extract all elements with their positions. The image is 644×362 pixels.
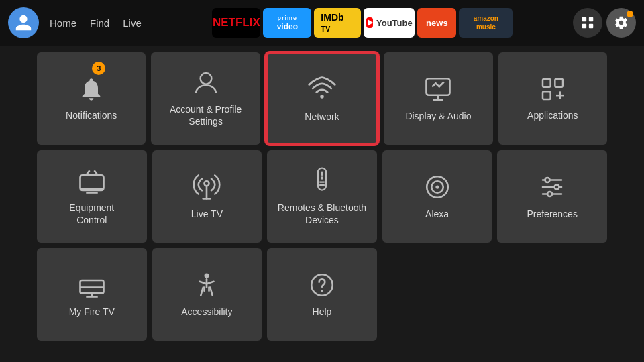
tv-icon	[78, 167, 106, 195]
nav-live[interactable]: Live	[123, 17, 142, 29]
tile-notifications[interactable]: 3 Notifications	[37, 52, 146, 145]
svg-point-5	[320, 95, 324, 99]
svg-point-24	[435, 185, 439, 188]
tile-network[interactable]: Network	[266, 52, 378, 145]
tile-remotes[interactable]: Remotes & BluetoothDevices	[267, 150, 377, 243]
sliders-icon	[538, 173, 566, 201]
notification-badge: 3	[92, 62, 105, 75]
settings-notification-dot	[627, 11, 633, 17]
tile-alexa-label: Alexa	[425, 208, 449, 220]
nav-home[interactable]: Home	[50, 17, 76, 29]
svg-rect-3	[589, 24, 593, 28]
settings-grid: 3 Notifications Account & ProfileSetting…	[0, 46, 644, 347]
bell-icon	[78, 76, 105, 103]
tile-livetv[interactable]: Live TV	[152, 150, 262, 243]
display-icon	[424, 75, 452, 103]
tile-help-label: Help	[313, 306, 332, 318]
tile-equipment[interactable]: EquipmentControl	[37, 150, 147, 243]
svg-point-29	[555, 184, 559, 189]
tile-equipment-label: EquipmentControl	[69, 202, 114, 226]
youtube-play-icon	[368, 19, 373, 26]
alexa-icon	[423, 173, 451, 201]
settings-button[interactable]	[606, 8, 636, 38]
remote-icon	[309, 167, 335, 195]
tile-account[interactable]: Account & ProfileSettings	[151, 52, 260, 145]
tile-preferences[interactable]: Preferences	[497, 150, 607, 243]
accessibility-icon	[193, 271, 221, 299]
tile-empty-1	[382, 248, 492, 341]
tile-help[interactable]: Help	[267, 248, 377, 341]
tile-myfiretv-label: My Fire TV	[69, 306, 115, 318]
app-music[interactable]: amazonmusic	[459, 8, 513, 38]
app-news[interactable]: news	[417, 8, 456, 38]
person-icon	[193, 70, 219, 97]
tile-alexa[interactable]: Alexa	[382, 150, 492, 243]
svg-rect-8	[555, 79, 563, 87]
tile-myfiretv[interactable]: My Fire TV	[37, 248, 147, 341]
tile-network-label: Network	[305, 111, 339, 123]
nav-find[interactable]: Find	[90, 17, 109, 29]
tile-display-label: Display & Audio	[405, 110, 471, 122]
wifi-icon	[307, 74, 337, 104]
question-icon	[308, 271, 336, 299]
youtube-logo-icon	[366, 17, 373, 28]
grid-row-1: 3 Notifications Account & ProfileSetting…	[37, 52, 607, 145]
tile-applications[interactable]: Applications	[498, 52, 607, 145]
grid-row-3: My Fire TV Accessibility	[37, 248, 607, 341]
grid-row-2: EquipmentControl Live TV	[37, 150, 607, 243]
tile-accessibility[interactable]: Accessibility	[152, 248, 262, 341]
svg-point-4	[200, 73, 211, 84]
tile-accessibility-label: Accessibility	[181, 306, 232, 318]
grid-button[interactable]	[573, 8, 602, 38]
app-youtube[interactable]: YouTube	[364, 8, 415, 38]
tile-preferences-label: Preferences	[527, 208, 577, 220]
svg-point-19	[321, 176, 324, 180]
apps-icon	[539, 76, 566, 103]
svg-point-35	[205, 273, 209, 278]
firetv-icon	[78, 271, 106, 299]
youtube-label: YouTube	[376, 18, 413, 28]
topbar: Home Find Live NETFLIX prime video IMDb …	[0, 0, 644, 46]
tile-notifications-label: Notifications	[66, 109, 117, 121]
tile-applications-label: Applications	[527, 109, 578, 121]
svg-rect-7	[543, 79, 551, 87]
svg-point-38	[321, 290, 323, 292]
nav-links: Home Find Live	[50, 17, 142, 29]
tile-livetv-label: Live TV	[191, 208, 223, 220]
svg-point-28	[545, 178, 550, 182]
svg-rect-13	[80, 175, 103, 190]
tile-account-label: Account & ProfileSettings	[170, 103, 241, 127]
app-icons-bar: NETFLIX prime video IMDb TV YouTube news…	[158, 8, 568, 38]
svg-rect-2	[582, 24, 586, 28]
svg-rect-1	[589, 17, 593, 21]
app-prime[interactable]: prime video	[263, 8, 311, 38]
app-netflix[interactable]: NETFLIX	[212, 8, 260, 38]
tile-display[interactable]: Display & Audio	[384, 52, 492, 145]
tile-remotes-label: Remotes & BluetoothDevices	[278, 202, 366, 226]
svg-rect-9	[543, 91, 551, 99]
app-imdb[interactable]: IMDb TV	[314, 8, 361, 38]
svg-point-30	[547, 192, 552, 196]
avatar[interactable]	[8, 7, 39, 38]
antenna-icon	[193, 173, 221, 201]
tile-empty-2	[497, 248, 607, 341]
topbar-right	[573, 8, 636, 38]
svg-rect-0	[582, 17, 586, 21]
